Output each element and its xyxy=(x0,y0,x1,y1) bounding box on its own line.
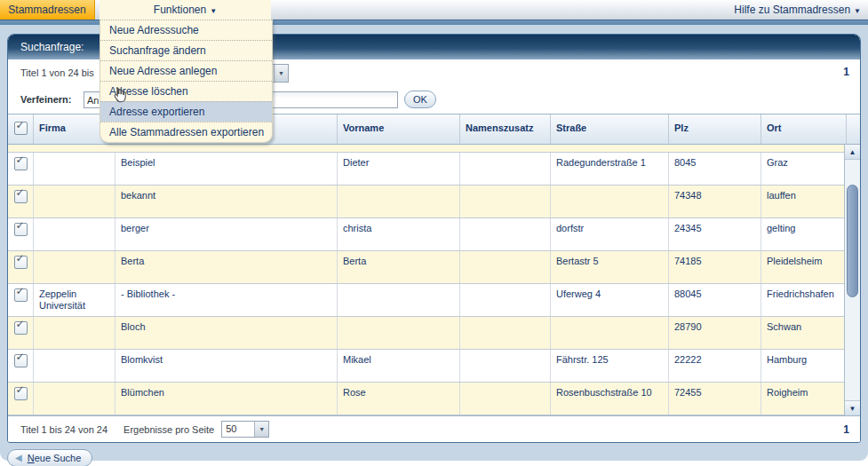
column-header-ort[interactable]: Ort xyxy=(760,115,846,144)
new-search-button[interactable]: ◀ Neue Suche xyxy=(7,449,92,466)
cell-strasse: Uferweg 4 xyxy=(550,284,668,316)
scrollbar-thumb[interactable] xyxy=(847,185,858,297)
cell-name: Blümchen xyxy=(115,383,337,415)
check-icon: ✓ xyxy=(16,154,25,166)
cell-firma xyxy=(33,153,115,185)
cursor-hand-icon xyxy=(112,86,126,107)
cell-firma xyxy=(33,350,115,382)
row-checkbox[interactable]: ✓ xyxy=(8,317,33,349)
menu-item-neue-adresse-anlegen[interactable]: Neue Adresse anlegen xyxy=(100,60,272,81)
cell-vorname xyxy=(337,284,459,316)
cell-firma xyxy=(33,218,115,250)
table-row[interactable]: ✓ bekannt 74348 lauffen xyxy=(8,186,845,218)
cell-ort: Hamburg xyxy=(760,350,845,382)
column-header-vorname[interactable]: Vorname xyxy=(337,115,459,144)
cell-firma xyxy=(33,383,115,415)
cell-vorname: Berta xyxy=(337,251,459,283)
scroll-up-button[interactable]: ▲ xyxy=(845,145,860,160)
check-icon: ✓ xyxy=(16,253,25,265)
funktionen-label: Funktionen xyxy=(154,4,206,16)
per-page-label: Ergebnisse pro Seite xyxy=(123,424,214,435)
check-icon: ✓ xyxy=(16,286,25,297)
select-arrow-icon[interactable]: ▼ xyxy=(254,422,268,437)
cell-name: Beispiel xyxy=(115,153,337,185)
cell-plz: 8045 xyxy=(668,153,760,185)
row-checkbox[interactable]: ✓ xyxy=(8,284,33,316)
cell-vorname: Dieter xyxy=(337,153,459,185)
cell-namenszusatz xyxy=(459,218,550,250)
cell-vorname: Mikael xyxy=(337,350,459,382)
cell-strasse xyxy=(550,317,668,349)
per-page-select[interactable]: 50 ▼ xyxy=(221,421,269,438)
funktionen-dropdown-menu: Neue Adresssuche Suchanfrage ändern Neue… xyxy=(100,20,273,143)
scroll-up-icon: ▲ xyxy=(849,148,856,156)
result-info: Titel 1 von 24 bis xyxy=(20,67,94,78)
table-row[interactable]: ✓ berger christa dorfstr 24345 gelting xyxy=(8,218,845,251)
table-row[interactable]: ✓ Bloch 28790 Schwan xyxy=(8,317,845,350)
page-number-bottom: 1 xyxy=(843,423,849,436)
ok-button[interactable]: OK xyxy=(404,91,436,108)
cell-name: Berta xyxy=(115,251,337,283)
per-page-select-value: 50 xyxy=(222,422,254,437)
menu-hilfe[interactable]: Hilfe zu Stammadressen▼ xyxy=(734,0,861,20)
menu-funktionen[interactable]: Funktionen▼ xyxy=(100,0,271,20)
cell-ort: Friedrichshafen xyxy=(760,284,845,316)
menu-item-suchanfrage-aendern[interactable]: Suchanfrage ändern xyxy=(100,40,272,60)
cell-name: berger xyxy=(115,218,337,250)
refine-label: Verfeinern: xyxy=(20,94,71,105)
menu-item-alle-stammadressen-exportieren[interactable]: Alle Stammadressen exportieren xyxy=(100,122,272,142)
new-search-label: Neue Suche xyxy=(28,453,82,463)
column-header-plz[interactable]: Plz xyxy=(668,115,760,144)
select-all-checkbox[interactable]: ✓ xyxy=(8,115,33,144)
check-icon: ✓ xyxy=(16,319,25,330)
cell-strasse: dorfstr xyxy=(550,218,668,250)
cell-namenszusatz xyxy=(459,383,550,415)
cell-firma: Zeppelin Universität xyxy=(33,284,115,316)
check-icon: ✓ xyxy=(16,119,25,131)
select-arrow-icon[interactable]: ▼ xyxy=(274,65,288,82)
menu-item-neue-adresssuche[interactable]: Neue Adresssuche xyxy=(100,20,272,40)
range-info: Titel 1 bis 24 von 24 xyxy=(20,424,108,435)
row-checkbox[interactable]: ✓ xyxy=(8,186,33,217)
app-window: Stammadressen Hilfe zu Stammadressen▼ Fu… xyxy=(0,0,868,466)
cell-plz: 72455 xyxy=(668,383,760,415)
table-row[interactable]: ✓ Zeppelin Universität - Bibliothek - Uf… xyxy=(8,284,845,317)
row-checkbox[interactable]: ✓ xyxy=(8,218,33,250)
table-row[interactable]: ✓ Berta Berta Bertastr 5 74185 Pleidelsh… xyxy=(8,251,845,284)
cell-strasse: Radegunderstraße 1 xyxy=(550,153,668,185)
row-checkbox[interactable]: ✓ xyxy=(8,153,33,185)
table-body: ✓ Beispiel Dieter Radegunderstraße 1 804… xyxy=(8,145,860,415)
tab-stammadressen[interactable]: Stammadressen xyxy=(0,0,95,20)
column-header-namenszusatz[interactable]: Namenszusatz xyxy=(459,115,550,144)
cell-namenszusatz xyxy=(459,284,550,316)
cell-name: Blomkvist xyxy=(115,350,337,382)
row-checkbox[interactable]: ✓ xyxy=(8,251,33,283)
cell-vorname: christa xyxy=(337,218,459,250)
scroll-down-icon: ▼ xyxy=(849,405,856,413)
cell-plz: 24345 xyxy=(668,218,760,250)
cell-name: - Bibliothek - xyxy=(115,284,337,316)
cell-name: Bloch xyxy=(115,317,337,349)
cell-plz: 88045 xyxy=(668,284,760,316)
cell-ort: Pleidelsheim xyxy=(760,251,845,283)
cell-namenszusatz xyxy=(459,186,550,217)
table-row[interactable]: ✓ Blümchen Rose Rosenbuschstraße 10 7245… xyxy=(8,383,845,415)
cell-namenszusatz xyxy=(459,317,550,349)
table-row[interactable]: ✓ Beispiel Dieter Radegunderstraße 1 804… xyxy=(8,153,845,186)
row-checkbox[interactable]: ✓ xyxy=(8,350,33,382)
scroll-down-button[interactable]: ▼ xyxy=(845,400,860,415)
check-icon: ✓ xyxy=(16,384,25,396)
cell-plz: 22222 xyxy=(668,350,760,382)
cell-ort: Schwan xyxy=(760,317,845,349)
table-footer: Titel 1 bis 24 von 24 Ergebnisse pro Sei… xyxy=(8,415,860,442)
chevron-down-icon: ▼ xyxy=(210,7,217,15)
cell-vorname xyxy=(337,317,459,349)
check-icon: ✓ xyxy=(16,351,25,363)
table-row[interactable]: ✓ Blomkvist Mikael Fährstr. 125 22222 Ha… xyxy=(8,350,845,383)
cell-namenszusatz xyxy=(459,251,550,283)
partial-scrolled-row xyxy=(8,145,845,153)
column-header-strasse[interactable]: Straße xyxy=(550,115,668,144)
vertical-scrollbar[interactable]: ▲ ▼ xyxy=(844,145,860,415)
cell-strasse xyxy=(550,186,668,217)
row-checkbox[interactable]: ✓ xyxy=(8,383,33,415)
